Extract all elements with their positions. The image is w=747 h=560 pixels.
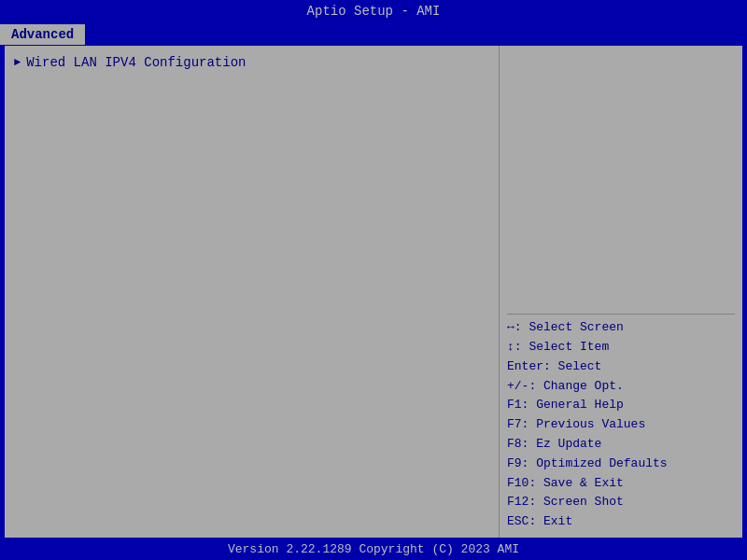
tab-bar: Advanced — [0, 22, 747, 45]
left-panel: ► Wired LAN IPV4 Configuration — [5, 46, 500, 538]
key-esc: ESC: Exit — [507, 512, 735, 532]
key-arrows-icon: ↔: Select Screen — [507, 320, 624, 334]
key-updown-icon: ↕: Select Item — [507, 340, 609, 354]
key-enter: Enter: Select — [507, 357, 735, 377]
key-legend: ↔: Select Screen ↕: Select Item Enter: S… — [507, 318, 735, 532]
footer-text: Version 2.22.1289 Copyright (C) 2023 AMI — [228, 542, 519, 556]
title-text: Aptio Setup - AMI — [307, 4, 441, 19]
app: Aptio Setup - AMI Advanced ► Wired LAN I… — [0, 0, 747, 560]
tab-advanced[interactable]: Advanced — [0, 24, 85, 45]
key-select-screen: ↔: Select Screen — [507, 318, 735, 338]
key-f12: F12: Screen Shot — [507, 493, 735, 512]
title-bar: Aptio Setup - AMI — [0, 0, 747, 22]
key-f1: F1: General Help — [507, 396, 735, 415]
menu-arrow-icon: ► — [14, 56, 21, 69]
key-f9: F9: Optimized Defaults — [507, 455, 735, 474]
key-select-item: ↕: Select Item — [507, 338, 735, 357]
tab-advanced-label: Advanced — [11, 27, 74, 42]
menu-item-label: Wired LAN IPV4 Configuration — [26, 55, 246, 70]
key-f8: F8: Ez Update — [507, 435, 735, 455]
key-f7: F7: Previous Values — [507, 415, 735, 435]
right-panel: ↔: Select Screen ↕: Select Item Enter: S… — [500, 46, 742, 538]
menu-item-wired-lan[interactable]: ► Wired LAN IPV4 Configuration — [10, 53, 493, 72]
key-plusminus: +/-: Change Opt. — [507, 377, 735, 397]
footer: Version 2.22.1289 Copyright (C) 2023 AMI — [0, 539, 747, 560]
key-f10: F10: Save & Exit — [507, 474, 735, 494]
main-content: ► Wired LAN IPV4 Configuration ↔: Select… — [4, 45, 743, 539]
help-area — [507, 51, 735, 315]
